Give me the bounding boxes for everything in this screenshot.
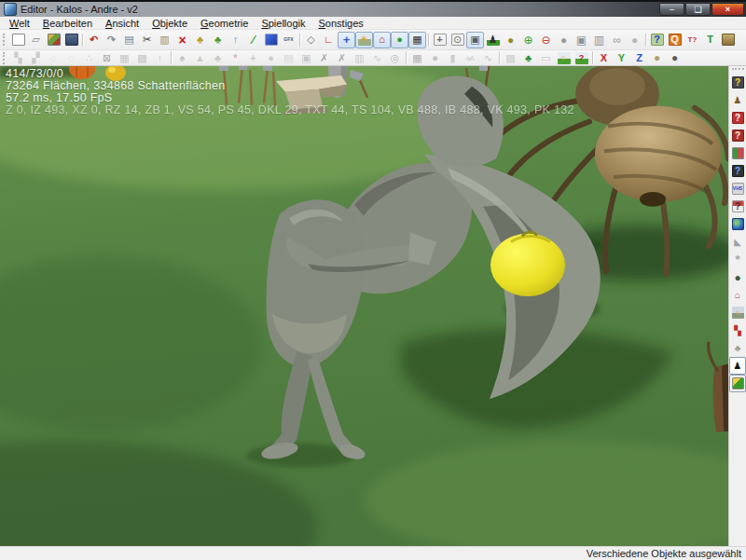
pick-tool-button[interactable]: + xyxy=(244,51,262,64)
scatter-small-button[interactable]: ∴ xyxy=(80,51,98,64)
tree-raise-button[interactable]: ♣ xyxy=(519,51,537,64)
grid-light-button[interactable]: ▤ xyxy=(280,51,297,64)
mountain-tool-button[interactable]: ▲ xyxy=(191,51,209,64)
landscape-sun-button[interactable]: ☼ xyxy=(729,304,746,321)
hills-query-button[interactable]: ? xyxy=(573,51,590,64)
flag-query-button[interactable]: ? xyxy=(729,198,746,215)
chest-button[interactable] xyxy=(719,32,737,48)
paint-mode-button[interactable]: ● xyxy=(391,32,408,48)
checker-texture-button[interactable]: ▩ xyxy=(502,51,519,64)
basket-query-button[interactable]: ? xyxy=(648,32,666,48)
close-button[interactable]: × xyxy=(711,3,744,16)
cut-button[interactable]: ✂ xyxy=(138,32,156,48)
new-world-button[interactable] xyxy=(9,32,27,48)
apple-query-b-button[interactable]: ? xyxy=(729,127,746,144)
moss-sphere-button[interactable]: ● xyxy=(729,268,746,286)
sphere-dim-button[interactable]: ● xyxy=(626,32,643,48)
grid-solid-button[interactable]: ▦ xyxy=(408,51,426,64)
leaf-tool-button[interactable]: ♠ xyxy=(173,51,191,64)
terrain-view-button[interactable]: ☀ xyxy=(355,32,373,48)
menu-ansicht[interactable]: Ansicht xyxy=(99,18,145,29)
lasso-a-button[interactable]: ◌ xyxy=(45,51,62,64)
show-houses-button[interactable]: ⌂ xyxy=(373,32,391,48)
maximize-button[interactable]: ❑ xyxy=(685,3,711,16)
globe-button[interactable] xyxy=(729,215,746,233)
house-object-button[interactable]: ⌂ xyxy=(729,286,746,304)
vhs-sphere-button[interactable]: VHS xyxy=(729,180,746,198)
slope-tool-button[interactable]: ◣ xyxy=(729,233,746,251)
menu-welt[interactable]: Welt xyxy=(3,18,36,29)
viewport-3d[interactable]: 414/73/0/0 73264 Flächen, 334868 Schatte… xyxy=(0,66,728,546)
grid-dense-button[interactable]: ▦ xyxy=(116,51,133,64)
open-mesh-button[interactable]: ▱ xyxy=(27,32,45,48)
sphere-add-button[interactable]: ⊕ xyxy=(519,32,537,48)
walker-mode-button[interactable]: ♟ xyxy=(729,357,746,375)
tree-tool-button[interactable]: ♣ xyxy=(209,51,227,64)
scatter-select-b-button[interactable]: ▞ xyxy=(27,51,45,64)
trees-gray-button[interactable]: ♣ xyxy=(729,339,746,357)
stamp-tool-button[interactable]: ▭ xyxy=(537,51,555,64)
sphere-gray-button[interactable]: ● xyxy=(555,32,573,48)
minimap-button[interactable] xyxy=(729,375,746,392)
title-bar[interactable]: Editor - Kalos - Andre - v2 – ❑ × xyxy=(0,0,746,17)
sphere-olive-button[interactable]: ● xyxy=(502,32,519,48)
puzzle-red-button[interactable]: ▚ xyxy=(729,321,746,339)
scatter-select-a-button[interactable]: ▚ xyxy=(9,51,27,64)
delete-mesh-b-button[interactable]: ✗ xyxy=(333,51,351,64)
draw-path-button[interactable]: ∕ xyxy=(244,32,262,48)
door-delete-button[interactable]: ⊠ xyxy=(98,51,116,64)
select-add-button[interactable]: + xyxy=(431,32,449,48)
quest-editor-button[interactable]: Q xyxy=(666,32,684,48)
copy-button[interactable]: ▤ xyxy=(120,32,138,48)
info-sphere-button[interactable]: ? xyxy=(729,74,746,91)
delete-button[interactable]: × xyxy=(173,32,191,48)
curve-tool-button[interactable]: ∿ xyxy=(479,51,497,64)
ball-dark-button[interactable]: ● xyxy=(666,51,684,64)
redo-button[interactable]: ↷ xyxy=(103,32,120,48)
menu-geometrie[interactable]: Geometrie xyxy=(194,18,255,29)
rock-tool-button[interactable]: ● xyxy=(262,51,280,64)
binoculars-button[interactable]: ◎ xyxy=(386,51,404,64)
boulder-button[interactable]: ● xyxy=(426,51,444,64)
monolith-query-button[interactable]: ? xyxy=(729,162,746,180)
align-x-button[interactable]: X xyxy=(595,51,613,64)
wireframe-cube-button[interactable]: ◇ xyxy=(302,32,320,48)
walk-mode-button[interactable]: ♟ xyxy=(484,32,502,48)
align-z-button[interactable]: Z xyxy=(630,51,648,64)
sphere-monitors-button[interactable]: ▥ xyxy=(590,32,608,48)
menu-spiellogik[interactable]: Spiellogik xyxy=(255,18,311,29)
text-query-button[interactable]: T? xyxy=(684,32,701,48)
sphere-monitor-button[interactable]: ▣ xyxy=(573,32,590,48)
minimize-button[interactable]: – xyxy=(659,3,684,16)
cylinder-button[interactable]: ▮ xyxy=(444,51,462,64)
spline-tool-button[interactable]: ∿ xyxy=(368,51,386,64)
tree-entity-a-button[interactable]: ♣ xyxy=(191,32,209,48)
fuzz-ball-button[interactable]: * xyxy=(729,251,746,268)
delete-mesh-a-button[interactable]: ✗ xyxy=(315,51,333,64)
show-grid-button[interactable]: ▦ xyxy=(408,32,426,48)
blue-panel-button[interactable] xyxy=(262,32,280,48)
menu-sonstiges[interactable]: Sonstiges xyxy=(312,18,370,29)
textured-cube-button[interactable] xyxy=(45,32,62,48)
apple-query-a-button[interactable]: ? xyxy=(729,109,746,127)
hand-cards-button[interactable] xyxy=(729,144,746,162)
text-check-button[interactable]: T xyxy=(701,32,719,48)
undo-button[interactable]: ↶ xyxy=(85,32,103,48)
person-query-button[interactable]: ♟ xyxy=(729,91,746,109)
select-circle-button[interactable]: ⊙ xyxy=(449,32,466,48)
photo-frame-button[interactable]: ▣ xyxy=(297,51,315,64)
align-y-button[interactable]: Y xyxy=(613,51,630,64)
select-box-button[interactable]: ▣ xyxy=(466,32,484,48)
fence-tool-button[interactable]: ▥ xyxy=(351,51,368,64)
axes-button[interactable]: ∟ xyxy=(320,32,338,48)
flower-tool-button[interactable]: * xyxy=(227,51,244,64)
raise-object-button[interactable]: ↑ xyxy=(227,32,244,48)
lasso-b-button[interactable]: ◌ xyxy=(62,51,80,64)
sphere-pair-button[interactable]: ∞ xyxy=(608,32,626,48)
tree-entity-b-button[interactable]: ♣ xyxy=(209,32,227,48)
gfx-options-button[interactable]: GFX xyxy=(280,32,297,48)
paste-button[interactable]: ▥ xyxy=(156,32,173,48)
save-button[interactable] xyxy=(62,32,80,48)
grid-dots-button[interactable]: ▩ xyxy=(133,51,151,64)
ball-tan-button[interactable]: ● xyxy=(648,51,666,64)
